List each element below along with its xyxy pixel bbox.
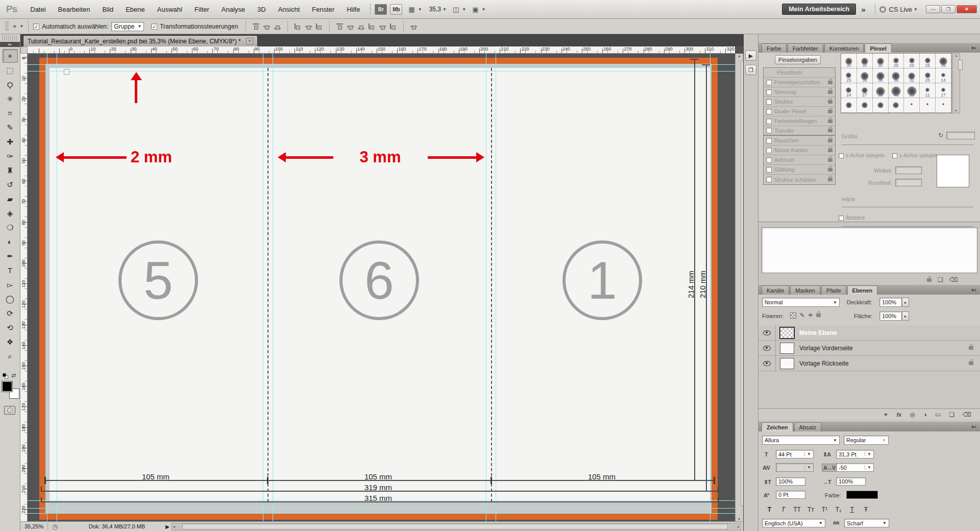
panel-tab-ebenen[interactable]: Ebenen bbox=[847, 285, 878, 295]
screen-mode-button[interactable]: ▣▼ bbox=[472, 6, 485, 13]
text-color-swatch[interactable] bbox=[846, 491, 878, 499]
align-vertical-centers-icon[interactable] bbox=[262, 22, 271, 30]
guide-horizontal[interactable] bbox=[28, 71, 735, 71]
vertical-scale-field[interactable]: 100% bbox=[776, 477, 805, 486]
arrange-documents-button[interactable]: ◫▼ bbox=[453, 6, 466, 13]
brush-preset[interactable]: 25 bbox=[841, 68, 857, 83]
brush-preset[interactable]: 25 bbox=[920, 68, 936, 83]
brush-option-checkbox[interactable] bbox=[766, 167, 772, 173]
menu-item-hilfe[interactable]: Hilfe bbox=[340, 4, 366, 15]
brush-option-gl-ttung[interactable]: Glättung bbox=[764, 165, 835, 175]
brush-preset[interactable]: 46 bbox=[889, 83, 904, 98]
brush-option-formeigenschaften[interactable]: Formeigenschaften bbox=[764, 78, 835, 87]
brush-preset[interactable] bbox=[841, 98, 857, 113]
quick-selection-tool[interactable]: ✳ bbox=[3, 92, 18, 106]
brush-preset[interactable]: 36 bbox=[889, 68, 904, 83]
brush-preset[interactable]: 25 bbox=[904, 54, 920, 68]
brush-option-streuung[interactable]: Streuung bbox=[764, 87, 835, 97]
brush-preset[interactable] bbox=[889, 98, 904, 113]
tool-preset-picker[interactable]: ⌖▼ bbox=[13, 22, 23, 31]
status-options-arrow[interactable]: ▶ bbox=[165, 524, 169, 529]
live-preview-icon[interactable]: ▶ bbox=[745, 51, 756, 61]
font-family-dropdown[interactable]: Allura▼ bbox=[762, 436, 840, 445]
adjustment-layer-icon[interactable]: ◑ bbox=[923, 411, 927, 418]
vertical-scrollbar[interactable]: ▴▾ bbox=[735, 54, 743, 521]
panel-tab-kan-le[interactable]: Kanäle bbox=[762, 285, 789, 295]
brush-tool[interactable]: ✑ bbox=[3, 149, 18, 163]
guide-horizontal[interactable] bbox=[28, 513, 735, 514]
ruler-origin-box[interactable] bbox=[20, 46, 28, 54]
crop-tool[interactable]: ⌗ bbox=[3, 106, 18, 120]
visibility-eye-icon[interactable] bbox=[758, 341, 776, 355]
guide-vertical[interactable] bbox=[47, 54, 47, 521]
panel-grip[interactable] bbox=[5, 21, 9, 32]
panel-tab-korrekturen[interactable]: Korrekturen bbox=[824, 43, 864, 53]
spacing-checkbox[interactable]: Abstand bbox=[839, 215, 865, 221]
brush-preset[interactable] bbox=[857, 98, 873, 113]
clone-stamp-tool[interactable]: ♜ bbox=[3, 163, 18, 177]
panel-menu-icon[interactable]: ▾≡ bbox=[971, 45, 976, 51]
auto-select-dropdown[interactable]: Gruppe▼ bbox=[111, 22, 144, 31]
history-brush-tool[interactable]: ↺ bbox=[3, 178, 18, 191]
restore-button[interactable]: ❐ bbox=[941, 5, 955, 13]
guide-vertical[interactable] bbox=[496, 54, 496, 521]
panel-menu-icon[interactable]: ▾≡ bbox=[971, 424, 976, 429]
guide-horizontal[interactable] bbox=[28, 508, 735, 509]
brush-option-checkbox[interactable] bbox=[766, 157, 772, 163]
size-field[interactable] bbox=[946, 132, 975, 139]
canvas-viewport[interactable]: 5 6 1 2 mm 3 mm 105 mm 105 mm 105 mm 319… bbox=[28, 54, 735, 521]
close-button[interactable]: ✕ bbox=[957, 5, 977, 13]
scrollbar-thumb[interactable] bbox=[182, 524, 728, 529]
all-caps-button[interactable]: TT bbox=[791, 505, 803, 514]
brush-preset[interactable] bbox=[936, 98, 951, 113]
menu-item-filter[interactable]: Filter bbox=[188, 4, 215, 15]
distribute-bottom-edges-icon[interactable] bbox=[357, 22, 365, 30]
faux-bold-button[interactable]: T bbox=[764, 505, 775, 514]
layer-row-vorlage-vorderseite[interactable]: Vorlage Vorderseite bbox=[758, 341, 980, 356]
menu-item-bearbeiten[interactable]: Bearbeiten bbox=[52, 4, 96, 15]
brush-option-checkbox[interactable] bbox=[766, 89, 772, 95]
brush-option-checkbox[interactable] bbox=[766, 138, 772, 143]
lock-position-icon[interactable]: ✛ bbox=[808, 312, 813, 319]
guide-vertical[interactable] bbox=[486, 54, 486, 521]
menu-item-ebene[interactable]: Ebene bbox=[119, 4, 151, 15]
visibility-eye-icon[interactable] bbox=[758, 325, 776, 340]
new-brush-icon[interactable]: ❏ bbox=[938, 276, 943, 283]
scroll-left-icon[interactable]: ◂ bbox=[173, 524, 175, 529]
brush-preset[interactable]: 25 bbox=[889, 54, 904, 68]
brush-option-checkbox[interactable] bbox=[766, 109, 772, 114]
brush-preset[interactable]: 59 bbox=[904, 83, 920, 98]
brush-grid-scrollbar[interactable]: ▴▾ bbox=[952, 53, 960, 113]
horizontal-scrollbar[interactable]: ◂ ▸ bbox=[172, 523, 741, 530]
brush-option-dualer-pinsel[interactable]: Dualer Pinsel bbox=[764, 107, 835, 116]
horizontal-scale-field[interactable]: 100% bbox=[836, 477, 866, 486]
marquee-tool[interactable]: ⬚ bbox=[3, 63, 18, 77]
auto-align-layers-icon[interactable] bbox=[409, 22, 418, 30]
panel-tab-farbfelder[interactable]: Farbfelder bbox=[788, 43, 823, 53]
brush-preset[interactable]: 39 bbox=[873, 83, 889, 98]
layer-row-vorlage-r-ckseite[interactable]: Vorlage Rückseite bbox=[758, 356, 980, 371]
brush-option-struktur[interactable]: Struktur bbox=[764, 97, 835, 107]
eyedropper-tool[interactable]: ✎ bbox=[3, 120, 18, 134]
brush-option-checkbox[interactable] bbox=[766, 148, 772, 153]
workspace-button[interactable]: Mein Arbeitsbereich bbox=[782, 4, 856, 15]
distribute-left-edges-icon[interactable] bbox=[368, 22, 376, 30]
mini-bridge-button[interactable]: Mb bbox=[390, 4, 402, 15]
paint-bucket-tool[interactable]: ◈ bbox=[3, 206, 18, 220]
link-layers-icon[interactable]: ⚭ bbox=[883, 411, 888, 418]
brush-option-checkbox[interactable] bbox=[766, 99, 772, 105]
layer-thumbnail[interactable] bbox=[780, 327, 794, 339]
brush-option-checkbox[interactable] bbox=[766, 118, 772, 124]
layer-thumbnail[interactable] bbox=[780, 343, 794, 354]
menu-item-datei[interactable]: Datei bbox=[24, 4, 52, 15]
baseline-shift-field[interactable]: 0 Pt bbox=[776, 491, 805, 499]
brush-preset[interactable] bbox=[873, 98, 889, 113]
fill-spinner[interactable]: ▸ bbox=[902, 311, 909, 321]
quick-mask-icon[interactable] bbox=[4, 406, 15, 415]
roundness-field[interactable] bbox=[895, 179, 922, 186]
align-right-edges-icon[interactable] bbox=[315, 22, 324, 30]
brush-preset[interactable]: 30 bbox=[857, 54, 873, 68]
brush-preset[interactable]: 36 bbox=[936, 54, 951, 68]
menu-item-bild[interactable]: Bild bbox=[96, 4, 120, 15]
guide-vertical[interactable] bbox=[57, 54, 57, 521]
